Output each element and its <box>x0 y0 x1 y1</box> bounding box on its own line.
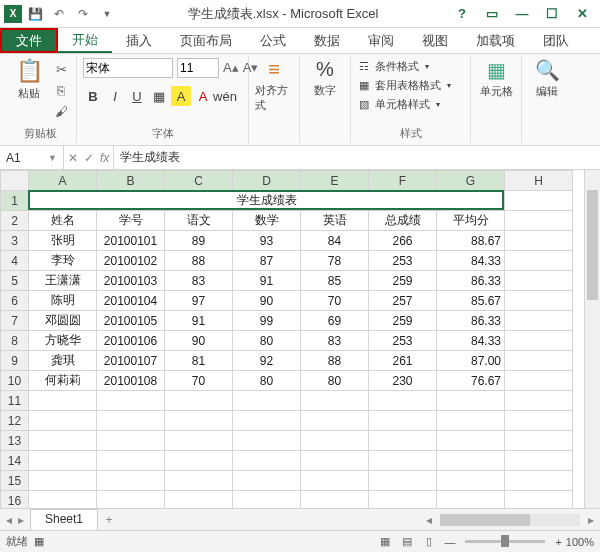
row-head-3[interactable]: 3 <box>1 231 29 251</box>
cut-icon[interactable]: ✂ <box>52 60 70 78</box>
cell[interactable] <box>369 491 437 509</box>
font-name-select[interactable] <box>83 58 173 78</box>
row-head-15[interactable]: 15 <box>1 471 29 491</box>
cell[interactable] <box>165 391 233 411</box>
cell[interactable]: 85.67 <box>437 291 505 311</box>
cell[interactable]: 86.33 <box>437 271 505 291</box>
cell[interactable] <box>165 411 233 431</box>
name-box[interactable]: A1 ▼ <box>0 146 64 169</box>
zoom-in-icon[interactable]: + <box>555 536 561 548</box>
cell[interactable] <box>505 311 573 331</box>
cell-styles-button[interactable]: ▧ 单元格样式▾ <box>357 96 464 113</box>
cell[interactable]: 97 <box>165 291 233 311</box>
col-head-H[interactable]: H <box>505 171 573 191</box>
cell[interactable] <box>505 471 573 491</box>
fx-icon[interactable]: fx <box>100 151 109 165</box>
cell[interactable] <box>301 451 369 471</box>
add-sheet-button[interactable]: + <box>98 509 120 530</box>
cell[interactable] <box>505 291 573 311</box>
col-head-B[interactable]: B <box>97 171 165 191</box>
cell[interactable] <box>437 491 505 509</box>
cell[interactable] <box>505 351 573 371</box>
row-head-14[interactable]: 14 <box>1 451 29 471</box>
sheet-nav-next-icon[interactable]: ▸ <box>18 513 24 527</box>
cell[interactable] <box>505 231 573 251</box>
cell[interactable] <box>165 451 233 471</box>
horizontal-scrollbar[interactable] <box>440 514 580 526</box>
cell[interactable] <box>505 411 573 431</box>
cell[interactable]: 87 <box>233 251 301 271</box>
cell[interactable] <box>301 411 369 431</box>
cell[interactable] <box>301 491 369 509</box>
cell[interactable] <box>505 331 573 351</box>
cell[interactable]: 20100106 <box>97 331 165 351</box>
cell[interactable] <box>165 471 233 491</box>
cell[interactable]: 69 <box>301 311 369 331</box>
tab-pagelayout[interactable]: 页面布局 <box>166 28 246 53</box>
row-head-7[interactable]: 7 <box>1 311 29 331</box>
cell[interactable] <box>437 391 505 411</box>
col-head-A[interactable]: A <box>29 171 97 191</box>
cell[interactable] <box>233 431 301 451</box>
cell[interactable]: 93 <box>233 231 301 251</box>
row-head-12[interactable]: 12 <box>1 411 29 431</box>
tab-review[interactable]: 审阅 <box>354 28 408 53</box>
cell[interactable]: 91 <box>165 311 233 331</box>
cell[interactable]: 李玲 <box>29 251 97 271</box>
cell[interactable] <box>97 471 165 491</box>
cell[interactable] <box>29 391 97 411</box>
maximize-icon[interactable]: ☐ <box>538 4 566 24</box>
cell[interactable]: 20100108 <box>97 371 165 391</box>
cell[interactable]: 84.33 <box>437 251 505 271</box>
ribbon-options-icon[interactable]: ▭ <box>478 4 506 24</box>
cell[interactable] <box>505 451 573 471</box>
cell[interactable]: 学号 <box>97 211 165 231</box>
col-head-F[interactable]: F <box>369 171 437 191</box>
name-box-dropdown-icon[interactable]: ▼ <box>48 153 57 163</box>
cell[interactable]: 261 <box>369 351 437 371</box>
cell[interactable]: 20100102 <box>97 251 165 271</box>
cell[interactable] <box>437 431 505 451</box>
cell[interactable] <box>505 211 573 231</box>
cell[interactable]: 84 <box>301 231 369 251</box>
font-color-button[interactable]: A <box>193 86 213 106</box>
cell[interactable]: 87.00 <box>437 351 505 371</box>
cell[interactable] <box>505 391 573 411</box>
format-painter-icon[interactable]: 🖌 <box>52 102 70 120</box>
cell[interactable]: 陈明 <box>29 291 97 311</box>
cell[interactable]: 70 <box>165 371 233 391</box>
cell[interactable]: 92 <box>233 351 301 371</box>
tab-file[interactable]: 文件 <box>0 28 58 53</box>
cell[interactable]: 88 <box>165 251 233 271</box>
cell[interactable]: 259 <box>369 311 437 331</box>
cell[interactable] <box>369 451 437 471</box>
cell[interactable] <box>301 431 369 451</box>
cell[interactable] <box>97 411 165 431</box>
table-format-button[interactable]: ▦ 套用表格格式▾ <box>357 77 464 94</box>
cell[interactable]: 99 <box>233 311 301 331</box>
cell[interactable]: 84.33 <box>437 331 505 351</box>
cell[interactable]: 20100101 <box>97 231 165 251</box>
editing-button[interactable]: 🔍 编辑 <box>528 58 566 99</box>
enter-formula-icon[interactable]: ✓ <box>84 151 94 165</box>
cell[interactable] <box>369 431 437 451</box>
cell[interactable] <box>29 491 97 509</box>
cell[interactable]: 259 <box>369 271 437 291</box>
cell[interactable] <box>505 491 573 509</box>
cell[interactable] <box>97 391 165 411</box>
cell[interactable]: 邓圆圆 <box>29 311 97 331</box>
cell[interactable] <box>505 431 573 451</box>
row-head-16[interactable]: 16 <box>1 491 29 509</box>
redo-icon[interactable]: ↷ <box>72 3 94 25</box>
cell[interactable]: 266 <box>369 231 437 251</box>
cell[interactable] <box>97 431 165 451</box>
cell[interactable]: 80 <box>301 371 369 391</box>
row-head-1[interactable]: 1 <box>1 191 29 211</box>
view-normal-icon[interactable]: ▦ <box>374 533 396 551</box>
cell[interactable] <box>233 451 301 471</box>
col-head-E[interactable]: E <box>301 171 369 191</box>
cell[interactable] <box>505 271 573 291</box>
cell[interactable] <box>233 471 301 491</box>
cell[interactable] <box>29 471 97 491</box>
formula-input[interactable]: 学生成绩表 <box>114 146 600 169</box>
